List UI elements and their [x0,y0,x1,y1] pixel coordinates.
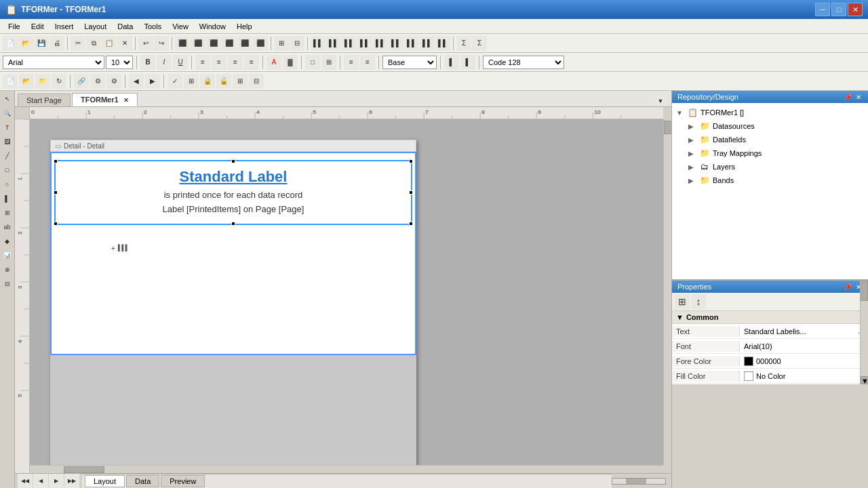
bold-button[interactable]: B [140,55,155,70]
connect-button[interactable]: 🔗 [74,74,89,89]
nav-next-button[interactable]: ▶ [49,474,64,489]
menu-insert[interactable]: Insert [50,21,79,32]
label-element[interactable]: Standard Label is printed once for each … [54,160,412,225]
fore-color-button[interactable]: A [267,55,281,70]
barcode2-button[interactable]: ▌▌ [326,36,341,51]
tab-data[interactable]: Data [126,475,159,487]
menu-tools[interactable]: Tools [139,21,167,32]
plugin2-button[interactable]: ⚙ [106,74,121,89]
line-spacing-button[interactable]: ≡ [360,55,375,70]
stamp-tool[interactable]: ⊕ [1,263,14,277]
line-tool[interactable]: ╱ [1,149,14,163]
tab-scroll-down[interactable]: ▼ [655,96,666,106]
tab-close-button[interactable]: ✕ [123,97,129,104]
repo-close-button[interactable]: ✕ [854,94,863,101]
unlock-button[interactable]: 🔓 [216,74,231,89]
handle-bottom-left[interactable] [54,222,58,226]
fit2-button[interactable]: ⊟ [290,36,304,51]
nav-last-button[interactable]: ▶▶ [64,474,79,489]
zoom-tool[interactable]: 🔍 [1,106,14,120]
base-select[interactable]: Base [382,56,437,69]
handle-mid-right[interactable] [409,190,413,195]
barcode7-button[interactable]: ▌▌ [404,36,419,51]
border-button[interactable]: □ [305,55,320,70]
sum2-button[interactable]: Σ [472,36,487,51]
repo-pin-button[interactable]: 📌 [842,94,853,101]
handle-mid-left[interactable] [54,190,58,195]
prev-button[interactable]: ◀ [129,74,144,89]
open-folder-button[interactable]: 📁 [35,74,50,89]
copy-button[interactable]: ⧉ [86,36,101,51]
scrollbar-vertical[interactable] [663,119,671,465]
plugin1-button[interactable]: ⚙ [90,74,105,89]
tab-tformer1[interactable]: TFORMer1 ✕ [72,93,138,106]
open2-button[interactable]: 📂 [19,74,34,89]
print-button[interactable]: 🖨 [50,36,64,51]
band-content[interactable]: Standard Label is printed once for each … [50,152,416,355]
close-button[interactable]: ✕ [848,3,863,16]
barcode5-button[interactable]: ▌▌ [373,36,388,51]
handle-bottom-center[interactable] [231,222,235,226]
circle-tool[interactable]: ○ [1,178,14,191]
handle-top-left[interactable] [54,159,58,163]
barcode4-button[interactable]: ▌▌ [357,36,372,51]
barcode-type-btn1[interactable]: ▌ [444,55,459,70]
handle-top-right[interactable] [409,159,413,163]
field-tool[interactable]: ab [1,220,14,234]
tree-item-layers[interactable]: ▶ 🗂 Layers [675,160,865,174]
tree-item-tray-mappings[interactable]: ▶ 📁 Tray Mappings [675,146,865,160]
barcode6-button[interactable]: ▌▌ [389,36,403,51]
scrollbar-horizontal[interactable] [30,465,663,473]
check-button[interactable]: ✓ [167,74,182,89]
arrange-button[interactable]: ⊞ [184,74,199,89]
menu-layout[interactable]: Layout [79,21,112,32]
nav-prev-button[interactable]: ◀ [33,474,48,489]
new-button[interactable]: 📄 [3,36,18,51]
align-top-button[interactable]: ⬛ [222,36,237,51]
menu-view[interactable]: View [167,21,194,32]
align-middle-button[interactable]: ⬛ [237,36,252,51]
text-align-center-button[interactable]: ≡ [212,55,226,70]
table-tool[interactable]: ⊞ [1,206,14,220]
props-pin-button[interactable]: 📌 [842,283,853,291]
image-tool[interactable]: 🖼 [1,135,14,148]
barcode-type-btn2[interactable]: ▌ [460,55,475,70]
ungroup-button[interactable]: ⊟ [249,74,264,89]
barcode1-button[interactable]: ▌▌ [311,36,326,51]
text-align-right-button[interactable]: ≡ [228,55,243,70]
open-button[interactable]: 📂 [18,36,33,51]
align-right-button[interactable]: ⬛ [206,36,221,51]
menu-data[interactable]: Data [112,21,138,32]
paste-button[interactable]: 📋 [102,36,117,51]
tree-item-datafields[interactable]: ▶ 📁 Datafields [675,133,865,146]
align-left-button[interactable]: ⬛ [175,36,190,51]
props-scrollbar-v[interactable]: ▼ [860,281,868,384]
select-tool[interactable]: ↖ [1,92,14,106]
menu-window[interactable]: Window [194,21,231,32]
chart-tool[interactable]: 📊 [1,249,14,262]
font-size-select[interactable]: 10 [106,56,133,69]
rect-tool[interactable]: □ [1,163,14,177]
prop-value-text[interactable]: Standard Labelis... … [740,326,868,337]
back-color-button[interactable]: ▓ [283,55,298,70]
menu-edit[interactable]: Edit [26,21,50,32]
align-bottom-button[interactable]: ⬛ [253,36,268,51]
tree-item-datasources[interactable]: ▶ 📁 Datasources [675,119,865,133]
text-align-justify-button[interactable]: ≡ [244,55,259,70]
tab-layout[interactable]: Layout [85,475,125,487]
prop-value-fill-color[interactable]: No Color [740,370,868,382]
props-sorted-button[interactable]: ↕ [691,294,706,309]
tree-item-root[interactable]: ▼ 📋 TFORMer1 [] [675,106,865,119]
handle-top-center[interactable] [231,159,235,163]
props-categorized-button[interactable]: ⊞ [675,294,690,309]
tree-item-bands[interactable]: ▶ 📁 Bands [675,174,865,187]
align-center-h-button[interactable]: ⬛ [191,36,205,51]
prop-value-font[interactable]: Arial(10) [740,341,868,352]
undo-button[interactable]: ↩ [138,36,153,51]
barcode3-button[interactable]: ▌▌ [342,36,357,51]
text-tool[interactable]: T [1,121,14,134]
nav-first-button[interactable]: ◀◀ [18,474,33,489]
menu-file[interactable]: File [3,21,26,32]
cut-button[interactable]: ✂ [71,36,85,51]
prop-value-fore-color[interactable]: 000000 [740,355,868,367]
